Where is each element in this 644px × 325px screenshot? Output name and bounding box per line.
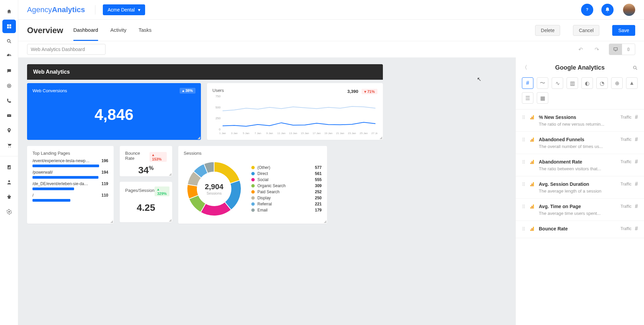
- drag-handle-icon[interactable]: ⠿: [522, 137, 525, 143]
- user-avatar[interactable]: [623, 4, 635, 16]
- redo-icon[interactable]: ↷: [590, 43, 603, 56]
- svg-text:0: 0: [219, 128, 221, 131]
- widget-type-line-icon[interactable]: 〜: [537, 77, 548, 89]
- undo-icon[interactable]: ↶: [574, 43, 587, 56]
- workspace-selector[interactable]: Acme Dental▾: [103, 4, 145, 15]
- back-icon[interactable]: 〈: [522, 64, 527, 71]
- widget-library-panel: 〈 Google Analytics ↖ # 〜 ∿ ▥ ◐ ◔ ⊕ ▲ ☰ ▦: [515, 57, 644, 325]
- widget-bounce-rate[interactable]: Bounce Rate ▴ 153% 34%: [120, 146, 172, 176]
- legend-row: Display 250: [251, 195, 322, 201]
- nav-user-icon[interactable]: [2, 175, 16, 189]
- widget-type-bar-icon[interactable]: ▥: [567, 77, 578, 89]
- legend-row: Direct 561: [251, 171, 322, 177]
- svg-text:?: ?: [586, 7, 589, 11]
- nav-report-icon[interactable]: [2, 160, 16, 174]
- resize-handle[interactable]: [169, 219, 171, 222]
- nav-settings-icon[interactable]: [2, 205, 16, 219]
- svg-rect-52: [533, 204, 534, 208]
- conversions-value: 4,846: [32, 94, 196, 135]
- svg-rect-50: [530, 207, 531, 208]
- widget-type-pie-icon[interactable]: ◔: [596, 77, 608, 89]
- landing-page-row: /110: [32, 193, 108, 202]
- drag-handle-icon[interactable]: ⠿: [522, 115, 525, 120]
- metric-item[interactable]: ⠿ Avg. Session Duration Traffic # The av…: [516, 176, 644, 199]
- metric-item[interactable]: ⠿ Abandonment Rate Traffic # The ratio b…: [516, 154, 644, 176]
- metric-item[interactable]: ⠿ % New Sessions Traffic # The ratio of …: [516, 109, 644, 132]
- dashboard-canvas[interactable]: Web Analytics Web Conversions ▴ 38% 4,84…: [18, 57, 515, 325]
- legend-value: 561: [315, 171, 322, 176]
- metric-name: % New Sessions: [539, 115, 617, 120]
- brand-logo[interactable]: AgencyAnalytics: [27, 5, 85, 14]
- cancel-button[interactable]: Cancel: [573, 25, 599, 36]
- lp-bar: [32, 165, 99, 167]
- nav-search-icon[interactable]: [2, 34, 16, 48]
- save-button[interactable]: Save: [612, 25, 635, 36]
- resize-handle[interactable]: [110, 220, 113, 223]
- widget-landing-pages[interactable]: Top Landing Pages /event/experience-tesl…: [27, 146, 114, 224]
- svg-text:750: 750: [215, 95, 221, 98]
- metric-item[interactable]: ⠿ Bounce Rate Traffic #: [516, 221, 644, 238]
- widget-type-list-icon[interactable]: ☰: [522, 92, 533, 104]
- legend-row: (Other) 577: [251, 165, 322, 171]
- resize-handle[interactable]: [380, 136, 382, 139]
- nav-location-icon[interactable]: [2, 124, 16, 137]
- google-analytics-icon: [529, 182, 535, 187]
- widget-pages-session[interactable]: Pages/Session ▴ 329% 4.25: [120, 182, 172, 222]
- nav-home-icon[interactable]: [2, 5, 16, 18]
- page-title: Overview: [27, 26, 63, 35]
- nav-chat-icon[interactable]: [2, 64, 16, 78]
- widget-type-table-icon[interactable]: ▦: [537, 92, 548, 104]
- help-button[interactable]: ?: [581, 4, 593, 16]
- resize-handle[interactable]: [198, 136, 200, 139]
- svg-point-4: [7, 40, 10, 42]
- nav-target-icon[interactable]: [2, 79, 16, 93]
- svg-text:27 Jan: 27 Jan: [371, 132, 377, 135]
- delete-button[interactable]: Delete: [535, 25, 560, 36]
- widget-type-grid: # 〜 ∿ ▥ ◐ ◔ ⊕ ▲ ☰ ▦: [516, 75, 644, 109]
- resize-handle[interactable]: [169, 173, 171, 176]
- legend-label: Organic Search: [257, 183, 312, 188]
- google-analytics-icon: [529, 115, 535, 120]
- drag-handle-icon[interactable]: ⠿: [522, 182, 525, 187]
- drag-handle-icon[interactable]: ⠿: [522, 159, 525, 165]
- widget-sessions[interactable]: Sessions 2,904 Sessions (Other) 577: [178, 146, 327, 224]
- resize-handle[interactable]: [324, 220, 326, 223]
- widget-type-sparkline-icon[interactable]: ∿: [552, 77, 563, 89]
- nav-phone-icon[interactable]: [2, 94, 16, 107]
- widget-type-globe-icon[interactable]: ⊕: [611, 77, 623, 89]
- svg-point-9: [10, 147, 11, 147]
- chevron-down-icon: ▾: [138, 7, 140, 12]
- svg-point-37: [634, 66, 636, 69]
- tab-dashboard[interactable]: Dashboard: [73, 20, 98, 41]
- legend-dot: [251, 178, 255, 181]
- nav-dashboard-icon[interactable]: [2, 20, 16, 33]
- dashboard-name-input[interactable]: [27, 44, 106, 55]
- donut-center: 2,904 Sessions: [205, 182, 223, 195]
- widget-type-number-icon[interactable]: #: [522, 77, 533, 89]
- mobile-view-icon[interactable]: [622, 44, 635, 55]
- search-icon[interactable]: [632, 65, 638, 71]
- tab-activity[interactable]: Activity: [110, 20, 127, 41]
- nav-plugin-icon[interactable]: [2, 190, 16, 204]
- legend-value: 555: [315, 177, 322, 182]
- drag-handle-icon[interactable]: ⠿: [522, 204, 525, 209]
- left-nav: [0, 0, 18, 325]
- lp-path: /powerwall/: [32, 170, 53, 175]
- svg-rect-12: [9, 167, 9, 169]
- nav-analytics-icon[interactable]: [2, 49, 16, 63]
- metric-item[interactable]: ⠿ Avg. Time on Page Traffic # The averag…: [516, 199, 644, 221]
- metric-item[interactable]: ⠿ Abandoned Funnels Traffic # The overal…: [516, 132, 644, 154]
- tab-tasks[interactable]: Tasks: [139, 20, 152, 41]
- svg-text:13 Jan: 13 Jan: [289, 132, 297, 135]
- users-value: 3,390: [347, 89, 359, 94]
- widget-type-area-icon[interactable]: ▲: [626, 77, 638, 89]
- widget-type-gauge-icon[interactable]: ◐: [581, 77, 593, 89]
- widget-conversions[interactable]: Web Conversions ▴ 38% 4,846: [27, 83, 201, 140]
- drag-handle-icon[interactable]: ⠿: [522, 226, 525, 232]
- notifications-button[interactable]: [601, 4, 614, 16]
- metric-category: Traffic: [620, 159, 631, 164]
- nav-mail-icon[interactable]: [2, 109, 16, 122]
- desktop-view-icon[interactable]: [609, 44, 622, 55]
- widget-users[interactable]: Users 3,390 ▾ 71% 02505007501 Jan3 Jan5 …: [207, 83, 383, 140]
- nav-cart-icon[interactable]: [2, 139, 16, 152]
